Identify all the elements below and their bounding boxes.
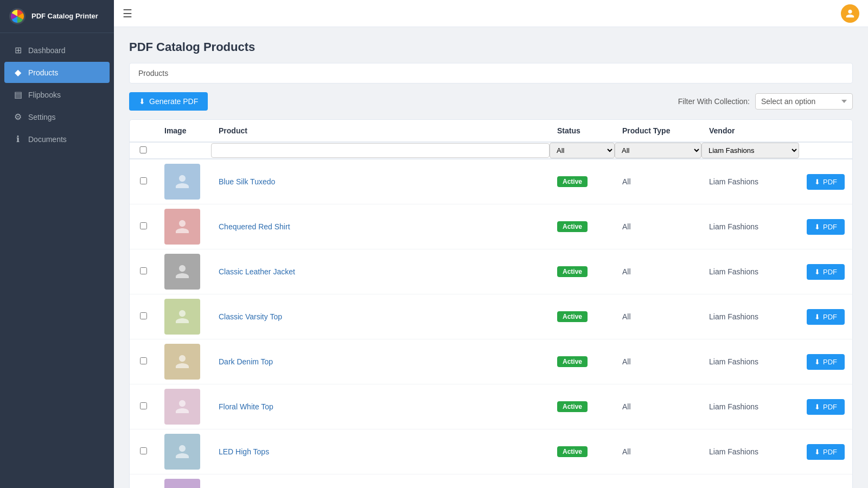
row-checkbox[interactable]	[140, 447, 147, 454]
sidebar-item-label: Dashboard	[28, 46, 66, 55]
col-product-header: Product	[211, 120, 550, 142]
pdf-button[interactable]: ⬇ PDF	[807, 174, 845, 190]
main-area: ☰ PDF Catalog Products Products ⬇ Genera…	[114, 0, 868, 488]
col-status-header: Status	[550, 120, 615, 142]
row-type: All	[615, 204, 701, 249]
pdf-download-icon: ⬇	[814, 358, 820, 366]
sidebar-item-documents[interactable]: ℹ Documents	[4, 129, 110, 150]
app-name: PDF Catalog Printer	[31, 12, 98, 21]
product-img-placeholder	[174, 309, 190, 325]
app-logo: PDF Catalog Printer	[0, 0, 114, 33]
row-checkbox[interactable]	[140, 177, 147, 184]
row-vendor: Liam Fashions	[701, 429, 799, 474]
pdf-label: PDF	[823, 268, 837, 276]
pdf-download-icon: ⬇	[814, 223, 820, 231]
product-img-placeholder	[174, 219, 190, 235]
col-action-header	[799, 120, 852, 142]
row-action: ⬇ PDF	[799, 429, 852, 474]
row-checkbox[interactable]	[140, 267, 147, 274]
row-vendor: Liam Fashions	[701, 294, 799, 339]
row-type: All	[615, 249, 701, 294]
row-product-name: Floral White Top	[211, 384, 550, 429]
pdf-label: PDF	[823, 223, 837, 231]
sidebar-item-settings[interactable]: ⚙ Settings	[4, 106, 110, 127]
table-row: Blue Silk Tuxedo Active All Liam Fashion…	[130, 159, 852, 204]
user-avatar[interactable]	[841, 4, 859, 23]
row-vendor: Liam Fashions	[701, 249, 799, 294]
status-filter-select[interactable]: All Active Inactive	[550, 143, 615, 158]
row-product-name: Blue Silk Tuxedo	[211, 159, 550, 204]
generate-pdf-label: Generate PDF	[149, 97, 198, 106]
products-icon: ◆	[13, 67, 23, 78]
product-filter-input[interactable]	[211, 143, 550, 158]
row-status: Active	[550, 339, 615, 384]
content-area: PDF Catalog Products Products ⬇ Generate…	[114, 27, 868, 488]
product-img-placeholder	[174, 444, 190, 460]
row-image-cell	[157, 249, 211, 294]
row-checkbox[interactable]	[140, 312, 147, 319]
sidebar-item-products[interactable]: ◆ Products	[4, 62, 110, 83]
row-product-name: LED High Tops	[211, 429, 550, 474]
filter-image-cell	[157, 142, 211, 159]
toolbar: ⬇ Generate PDF Filter With Collection: S…	[129, 92, 853, 111]
row-checkbox-cell	[130, 294, 157, 339]
filter-label: Filter With Collection:	[678, 97, 750, 106]
row-type: All	[615, 474, 701, 489]
collection-filter-select[interactable]: Select an option Liam Fashions	[755, 93, 853, 110]
pdf-button[interactable]: ⬇ PDF	[807, 354, 845, 370]
pdf-download-icon: ⬇	[814, 313, 820, 321]
documents-icon: ℹ	[13, 134, 23, 144]
row-type: All	[615, 339, 701, 384]
row-image-cell	[157, 339, 211, 384]
row-action: ⬇ PDF	[799, 249, 852, 294]
row-status: Active	[550, 474, 615, 489]
product-img-placeholder	[174, 399, 190, 415]
dashboard-icon: ⊞	[13, 45, 23, 55]
pdf-button[interactable]: ⬇ PDF	[807, 264, 845, 280]
row-vendor: Liam Fashions	[701, 204, 799, 249]
col-checkbox	[130, 120, 157, 142]
pdf-download-icon: ⬇	[814, 178, 820, 186]
select-all-checkbox[interactable]	[130, 146, 157, 153]
sidebar-nav: ⊞ Dashboard ◆ Products ▤ Flipbooks ⚙ Set…	[0, 33, 114, 156]
page-title: PDF Catalog Products	[129, 40, 853, 54]
generate-pdf-button[interactable]: ⬇ Generate PDF	[129, 92, 208, 111]
pdf-button[interactable]: ⬇ PDF	[807, 309, 845, 325]
flipbooks-icon: ▤	[13, 89, 23, 100]
filter-action-cell	[799, 142, 852, 159]
topbar-right	[841, 4, 859, 23]
row-status: Active	[550, 429, 615, 474]
filter-product-cell	[211, 142, 550, 159]
row-checkbox[interactable]	[140, 402, 147, 409]
row-image-cell	[157, 474, 211, 489]
sidebar-item-flipbooks[interactable]: ▤ Flipbooks	[4, 84, 110, 105]
logo-icon	[9, 8, 26, 25]
row-status: Active	[550, 384, 615, 429]
row-action: ⬇ PDF	[799, 339, 852, 384]
pdf-label: PDF	[823, 358, 837, 366]
hamburger-menu[interactable]: ☰	[123, 7, 132, 20]
table-row: Dark Denim Top Active All Liam Fashions …	[130, 339, 852, 384]
row-checkbox[interactable]	[140, 222, 147, 229]
row-checkbox-cell	[130, 384, 157, 429]
row-status: Active	[550, 159, 615, 204]
product-img-placeholder	[174, 354, 190, 370]
row-checkbox[interactable]	[140, 357, 147, 364]
row-vendor: Liam Fashions	[701, 384, 799, 429]
row-type: All	[615, 294, 701, 339]
type-filter-select[interactable]: All	[615, 143, 701, 158]
row-action: ⬇ PDF	[799, 204, 852, 249]
vendor-filter-select[interactable]: Liam Fashions	[701, 143, 799, 158]
row-image-cell	[157, 294, 211, 339]
row-action: ⬇ PDF	[799, 294, 852, 339]
table-header-row: Image Product Status Product Type Vendor	[130, 120, 852, 142]
row-checkbox-cell	[130, 249, 157, 294]
pdf-button[interactable]: ⬇ PDF	[807, 219, 845, 235]
user-icon	[845, 9, 855, 18]
pdf-button[interactable]: ⬇ PDF	[807, 444, 845, 460]
sidebar-item-dashboard[interactable]: ⊞ Dashboard	[4, 40, 110, 61]
col-type-header: Product Type	[615, 120, 701, 142]
pdf-button[interactable]: ⬇ PDF	[807, 399, 845, 415]
sidebar-item-label: Flipbooks	[28, 91, 61, 99]
row-type: All	[615, 384, 701, 429]
